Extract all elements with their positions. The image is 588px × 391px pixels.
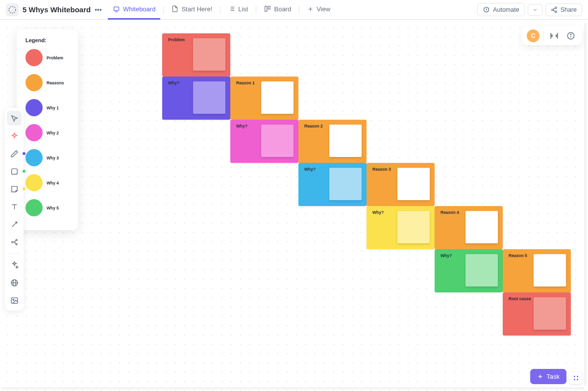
separator (220, 6, 220, 14)
legend-swatch (25, 74, 43, 91)
new-task-button[interactable]: Task (530, 369, 566, 384)
sticky-note[interactable] (193, 81, 225, 114)
whiteboard-card[interactable]: Why? (230, 120, 298, 163)
add-view-button[interactable]: View (302, 0, 335, 20)
svg-line-17 (553, 10, 555, 11)
sticky-note[interactable] (397, 211, 430, 243)
sticky-note[interactable] (193, 38, 225, 71)
tab-whiteboard[interactable]: Whiteboard (108, 0, 160, 20)
top-header: 5 Whys Whiteboard ••• Whiteboard Start H… (0, 0, 588, 20)
card-label: Why? (168, 80, 179, 85)
info-button[interactable] (564, 29, 577, 42)
legend-swatch (25, 174, 43, 191)
tab-board[interactable]: Board (259, 0, 296, 20)
separator (256, 6, 256, 14)
magic-tool[interactable] (7, 258, 22, 272)
apps-button[interactable] (569, 371, 582, 384)
svg-point-39 (573, 375, 575, 377)
tools-toolbar (5, 108, 24, 311)
whiteboard-card[interactable]: Why? (298, 163, 367, 206)
image-tool[interactable] (7, 293, 22, 308)
share-icon (551, 6, 558, 13)
separator (299, 6, 299, 14)
legend-swatch (25, 199, 43, 216)
tab-label: Board (274, 5, 291, 13)
svg-point-42 (577, 379, 578, 380)
card-label: Reason 3 (372, 167, 391, 172)
sticky-note[interactable] (534, 297, 566, 330)
avatar-initial: C (531, 32, 536, 39)
sticky-note[interactable] (466, 211, 498, 243)
fit-width-button[interactable] (548, 29, 561, 42)
sticky-note[interactable] (397, 168, 430, 200)
task-label: Task (546, 373, 560, 380)
whiteboard-card[interactable]: Reason 1 (230, 77, 298, 120)
whiteboard-card[interactable]: Problem (162, 33, 230, 77)
whiteboard-card[interactable]: Reason 2 (298, 120, 367, 163)
legend-item[interactable]: Why 5 (25, 199, 72, 216)
web-tool[interactable] (7, 275, 22, 290)
share-button[interactable]: Share (545, 3, 582, 16)
tab-label: List (238, 5, 248, 13)
card-label: Root cause (509, 296, 531, 301)
svg-point-15 (555, 11, 557, 13)
sticky-note[interactable] (534, 254, 566, 287)
sticky-note[interactable] (466, 254, 498, 287)
whiteboard-card[interactable]: Reason 3 (367, 163, 435, 206)
pen-tool[interactable] (7, 146, 22, 161)
legend-item[interactable]: Problem (25, 49, 72, 66)
sticky-note[interactable] (261, 125, 294, 157)
legend-item[interactable]: Reasons (25, 74, 72, 91)
legend-title: Legend: (25, 37, 72, 43)
mindmap-tool[interactable] (7, 235, 22, 249)
legend-item[interactable]: Why 3 (25, 149, 72, 166)
workspace-icon[interactable] (6, 3, 19, 16)
tab-start-here[interactable]: Start Here! (167, 0, 217, 20)
svg-rect-25 (11, 168, 17, 174)
svg-point-40 (577, 375, 578, 377)
avatar[interactable]: C (527, 29, 539, 42)
legend-item[interactable]: Why 2 (25, 124, 72, 141)
whiteboard-card[interactable]: Why? (162, 77, 230, 120)
card-label: Why? (304, 167, 316, 172)
shape-tool[interactable] (7, 164, 22, 179)
view-tabs: Whiteboard Start Here! List Board View (108, 0, 335, 20)
sticky-note[interactable] (261, 81, 294, 114)
legend-item[interactable]: Why 1 (25, 99, 72, 116)
svg-point-29 (11, 241, 13, 243)
legend-label: Why 5 (47, 206, 59, 210)
card-label: Why? (372, 210, 384, 215)
svg-point-31 (16, 243, 17, 245)
select-tool[interactable] (7, 111, 22, 126)
legend-item[interactable]: Why 4 (25, 174, 72, 191)
tab-list[interactable]: List (223, 0, 253, 20)
ai-tool[interactable] (7, 129, 22, 143)
whiteboard-icon (113, 5, 120, 13)
connector-tool[interactable] (7, 217, 22, 232)
card-label: Problem (168, 37, 185, 42)
doc-icon (172, 5, 178, 12)
whiteboard-canvas[interactable]: C Legend: ProblemReasonsWhy 1Why 2Why 3W… (0, 20, 588, 391)
sticky-note[interactable] (329, 168, 362, 200)
scrollbar-horizontal[interactable] (1, 387, 585, 390)
text-tool[interactable] (7, 199, 22, 214)
more-icon[interactable]: ••• (95, 6, 102, 14)
page-title[interactable]: 5 Whys Whiteboard (23, 5, 91, 14)
svg-point-14 (551, 9, 553, 11)
svg-point-30 (16, 239, 17, 240)
whiteboard-card[interactable]: Why? (367, 206, 435, 249)
sticky-note[interactable] (329, 125, 362, 157)
automate-button[interactable]: Automate (477, 3, 525, 16)
scrollbar-vertical[interactable] (584, 23, 587, 386)
separator (9, 253, 20, 254)
automate-chevron[interactable] (528, 4, 542, 16)
whiteboard-card[interactable]: Reason 5 (503, 249, 571, 292)
svg-point-13 (555, 7, 557, 8)
svg-rect-8 (265, 6, 267, 12)
legend-swatch (25, 99, 43, 116)
whiteboard-card[interactable]: Why? (435, 249, 503, 292)
whiteboard-card[interactable]: Reason 4 (435, 206, 503, 249)
legend-panel[interactable]: Legend: ProblemReasonsWhy 1Why 2Why 3Why… (17, 29, 78, 230)
sticky-tool[interactable] (7, 182, 22, 196)
whiteboard-card[interactable]: Root cause (503, 292, 571, 336)
